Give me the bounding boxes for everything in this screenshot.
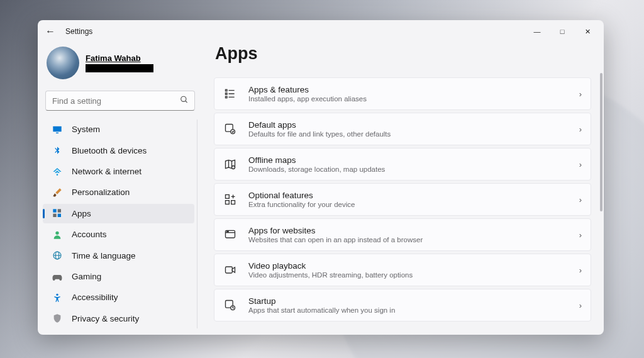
card-startup[interactable]: Startup Apps that start automatically wh…	[214, 289, 591, 322]
svg-rect-6	[53, 214, 56, 217]
svg-point-32	[228, 232, 228, 232]
sidebar-item-network[interactable]: Network & internet	[43, 162, 194, 181]
card-title: Apps for websites	[248, 226, 568, 235]
card-optional-features[interactable]: Optional features Extra functionality fo…	[214, 183, 591, 216]
card-title: Apps & features	[248, 85, 568, 94]
content-area: Apps Apps & features Installed apps, app…	[203, 43, 604, 335]
card-subtitle: Apps that start automatically when you s…	[248, 306, 568, 314]
profile-section[interactable]: Fatima Wahab	[43, 43, 197, 89]
sidebar-item-privacy[interactable]: Privacy & security	[43, 309, 194, 328]
svg-point-0	[181, 96, 186, 101]
svg-rect-25	[226, 201, 230, 204]
map-icon	[223, 157, 237, 171]
plus-grid-icon	[223, 193, 237, 206]
svg-rect-15	[226, 93, 228, 95]
card-title: Offline maps	[248, 155, 568, 165]
chevron-right-icon: ›	[579, 230, 582, 240]
svg-rect-13	[226, 89, 228, 91]
svg-rect-3	[56, 132, 58, 133]
card-title: Startup	[248, 296, 568, 306]
chevron-right-icon: ›	[579, 266, 582, 275]
default-apps-icon	[223, 122, 237, 136]
svg-rect-17	[226, 96, 228, 98]
system-icon	[52, 124, 63, 135]
sidebar-item-accounts[interactable]: Accounts	[43, 225, 194, 244]
sidebar-item-label: Accessibility	[72, 293, 118, 302]
card-apps-features[interactable]: Apps & features Installed apps, app exec…	[214, 77, 591, 110]
chevron-right-icon: ›	[579, 195, 582, 204]
svg-point-31	[227, 232, 228, 232]
brush-icon	[52, 187, 63, 198]
card-subtitle: Defaults for file and link types, other …	[248, 130, 568, 138]
svg-rect-33	[226, 267, 233, 273]
profile-name: Fatima Wahab	[86, 53, 153, 63]
profile-email-redacted	[86, 64, 153, 72]
card-default-apps[interactable]: Default apps Defaults for file and link …	[214, 113, 591, 145]
video-icon	[223, 263, 237, 277]
sidebar-item-label: System	[72, 125, 100, 134]
svg-rect-26	[231, 201, 235, 204]
settings-window: ← Settings — □ ✕ Fatima Wahab	[38, 20, 604, 335]
card-subtitle: Websites that can open in an app instead…	[248, 236, 568, 243]
accounts-icon	[52, 229, 63, 240]
card-offline-maps[interactable]: Offline maps Downloads, storage location…	[214, 148, 591, 181]
scrollbar[interactable]	[600, 73, 602, 335]
sidebar-item-bluetooth[interactable]: Bluetooth & devices	[43, 140, 194, 160]
startup-icon	[223, 298, 237, 312]
sidebar-item-label: Gaming	[72, 272, 101, 281]
sidebar-item-label: Network & internet	[72, 167, 142, 176]
gaming-icon	[52, 271, 63, 282]
sidebar-item-label: Personalization	[72, 187, 130, 197]
nav-list: System Bluetooth & devices Network & int…	[43, 120, 197, 328]
svg-rect-7	[58, 214, 61, 217]
chevron-right-icon: ›	[579, 125, 582, 134]
search-input[interactable]	[45, 91, 195, 111]
avatar	[47, 47, 79, 79]
svg-rect-2	[53, 126, 61, 131]
sidebar-item-label: Bluetooth & devices	[72, 146, 147, 155]
card-subtitle: Downloads, storage location, map updates	[248, 165, 568, 173]
sidebar-item-apps[interactable]: Apps	[43, 204, 194, 223]
card-title: Video playback	[248, 261, 568, 271]
sidebar: Fatima Wahab System	[38, 43, 203, 335]
web-app-icon	[223, 228, 237, 242]
apps-icon	[52, 208, 63, 219]
sidebar-item-personalization[interactable]: Personalization	[43, 182, 194, 202]
minimize-button[interactable]: —	[525, 22, 550, 41]
svg-rect-4	[53, 210, 56, 213]
card-subtitle: Video adjustments, HDR streaming, batter…	[248, 271, 568, 279]
search-icon	[180, 96, 189, 106]
window-title: Settings	[65, 27, 92, 36]
card-subtitle: Extra functionality for your device	[248, 201, 568, 208]
card-title: Optional features	[248, 191, 568, 200]
svg-line-1	[186, 101, 187, 103]
svg-rect-24	[226, 195, 230, 199]
maximize-button[interactable]: □	[550, 22, 575, 41]
sidebar-item-label: Accounts	[72, 230, 107, 239]
sidebar-item-time-language[interactable]: Time & language	[43, 245, 194, 265]
globe-icon	[52, 250, 63, 261]
sidebar-item-system[interactable]: System	[43, 120, 194, 139]
card-apps-for-websites[interactable]: Apps for websites Websites that can open…	[214, 218, 591, 251]
card-title: Default apps	[248, 120, 568, 130]
card-list: Apps & features Installed apps, app exec…	[214, 77, 600, 322]
close-button[interactable]: ✕	[575, 22, 600, 41]
back-button[interactable]: ←	[45, 26, 63, 37]
card-video-playback[interactable]: Video playback Video adjustments, HDR st…	[214, 254, 591, 286]
chevron-right-icon: ›	[579, 89, 582, 99]
svg-rect-5	[58, 210, 61, 213]
list-icon	[223, 87, 237, 101]
svg-point-8	[55, 231, 58, 234]
sidebar-item-accessibility[interactable]: Accessibility	[43, 288, 194, 307]
titlebar: ← Settings — □ ✕	[38, 20, 604, 43]
svg-point-12	[56, 294, 58, 296]
page-title: Apps	[214, 44, 600, 64]
bluetooth-icon	[52, 145, 63, 156]
card-subtitle: Installed apps, app execution aliases	[248, 95, 568, 103]
sidebar-item-gaming[interactable]: Gaming	[43, 267, 194, 286]
wifi-icon	[52, 166, 63, 177]
accessibility-icon	[52, 292, 63, 303]
chevron-right-icon: ›	[579, 160, 582, 169]
sidebar-item-label: Time & language	[72, 251, 136, 260]
sidebar-item-label: Privacy & security	[72, 314, 139, 323]
